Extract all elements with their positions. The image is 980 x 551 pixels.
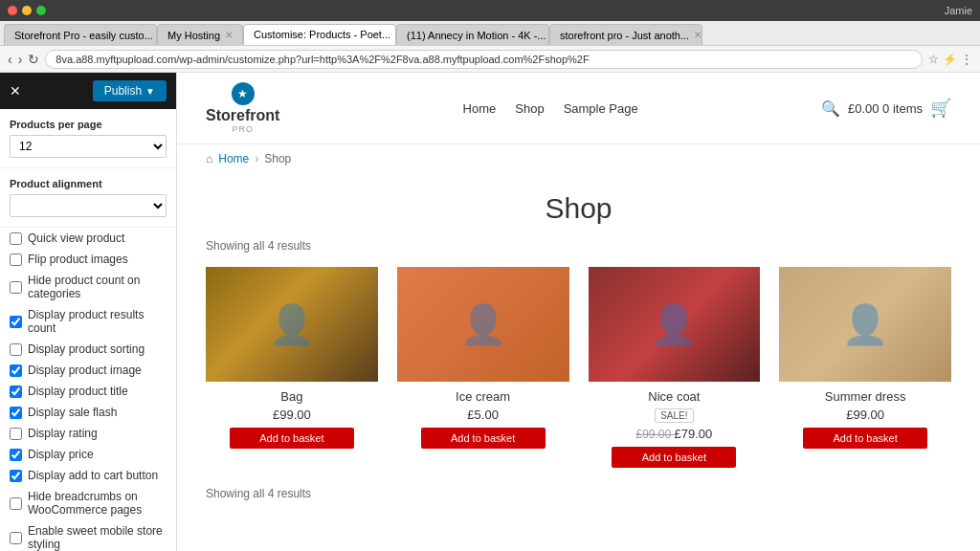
- checkbox-9[interactable]: [10, 449, 22, 461]
- address-bar: ‹ › ↻ 8va.a88.myftpupload.com/wp-admin/c…: [0, 46, 980, 73]
- store-logo-text: Storefront: [206, 107, 279, 124]
- checkbox-0[interactable]: [10, 232, 22, 245]
- checkbox-item-4: Display product sorting: [0, 339, 176, 360]
- store-header: ★ Storefront Pro Home Shop Sample Page 🔍…: [177, 73, 980, 144]
- checkbox-label-9: Display price: [28, 448, 94, 461]
- cart-icon[interactable]: 🛒: [930, 98, 951, 119]
- back-button[interactable]: ‹: [8, 52, 12, 67]
- product-price-3: £99.00: [779, 408, 951, 422]
- user-name: Jamie: [945, 5, 972, 16]
- results-count-top: Showing all 4 results: [206, 239, 951, 253]
- product-image-placeholder-3: 👤: [779, 267, 951, 382]
- checkbox-10[interactable]: [10, 470, 22, 482]
- product-alignment-select[interactable]: Left Center Right: [10, 194, 167, 217]
- traffic-light-green[interactable]: [36, 6, 46, 15]
- product-new-price-2: £79.00: [675, 427, 713, 441]
- extensions-icon[interactable]: ⚡: [943, 53, 957, 66]
- products-per-page-select[interactable]: 12 24 48: [10, 135, 167, 158]
- publish-button[interactable]: Publish ▼: [93, 80, 167, 101]
- bookmark-icon[interactable]: ☆: [928, 53, 939, 66]
- checkbox-5[interactable]: [10, 364, 22, 377]
- checkboxes-container: Quick view productFlip product imagesHid…: [0, 228, 176, 551]
- forward-button[interactable]: ›: [18, 52, 23, 67]
- nav-shop[interactable]: Shop: [515, 101, 544, 116]
- tab-0[interactable]: Storefront Pro - easily custo... ✕: [4, 24, 157, 45]
- url-bar[interactable]: 8va.a88.myftpupload.com/wp-admin/customi…: [45, 50, 923, 69]
- cart-price: £0.00: [848, 101, 880, 116]
- add-to-basket-button-0[interactable]: Add to basket: [230, 428, 354, 449]
- shop-content: Shop Showing all 4 results 👤Bag£99.00Add…: [177, 173, 980, 529]
- checkbox-2[interactable]: [10, 281, 22, 294]
- breadcrumb-separator: ›: [255, 152, 258, 165]
- checkbox-8[interactable]: [10, 428, 22, 440]
- product-image-1[interactable]: 👤: [397, 267, 569, 382]
- product-name-0: Bag: [206, 389, 378, 404]
- product-image-placeholder-1: 👤: [397, 267, 569, 382]
- checkbox-item-7: Display sale flash: [0, 402, 176, 423]
- checkbox-7[interactable]: [10, 407, 22, 419]
- checkbox-6[interactable]: [10, 386, 22, 398]
- store-nav: Home Shop Sample Page: [463, 101, 638, 116]
- checkbox-label-4: Display product sorting: [28, 342, 145, 356]
- breadcrumb-home-link[interactable]: Home: [218, 152, 249, 165]
- checkbox-label-7: Display sale flash: [28, 406, 117, 419]
- tab-2[interactable]: Customise: Products - Poet... ✕: [243, 24, 396, 45]
- tab-2-label: Customise: Products - Poet...: [254, 29, 390, 40]
- publish-label: Publish: [104, 84, 142, 98]
- tab-1-close[interactable]: ✕: [225, 30, 233, 40]
- tab-3[interactable]: (11) Annecy in Motion - 4K -... ✕: [396, 24, 549, 45]
- sidebar-close-button[interactable]: ✕: [10, 83, 21, 99]
- checkbox-item-6: Display product title: [0, 381, 176, 402]
- reload-button[interactable]: ↻: [28, 52, 39, 67]
- tab-2-close[interactable]: ✕: [395, 30, 396, 40]
- checkbox-label-5: Display product image: [28, 364, 142, 377]
- nav-home[interactable]: Home: [463, 101, 497, 116]
- tab-3-label: (11) Annecy in Motion - 4K -...: [407, 30, 546, 41]
- search-icon[interactable]: 🔍: [821, 99, 840, 118]
- store-logo-icon: ★: [232, 82, 255, 105]
- product-card: 👤Nice coatSALE!£99.00 £79.00Add to baske…: [589, 267, 761, 468]
- product-price-2: £99.00 £79.00: [589, 427, 761, 441]
- tab-4-close[interactable]: ✕: [694, 30, 702, 40]
- menu-icon[interactable]: ⋮: [961, 53, 972, 66]
- checkbox-label-0: Quick view product: [28, 231, 124, 245]
- sidebar: ✕ Publish ▼ Products per page 12 24 48 P…: [0, 73, 177, 551]
- product-image-0[interactable]: 👤: [206, 267, 378, 382]
- checkbox-label-11: Hide breadcrumbs on WooCommerce pages: [28, 490, 167, 517]
- traffic-light-yellow[interactable]: [22, 6, 32, 15]
- nav-sample-page[interactable]: Sample Page: [564, 101, 638, 116]
- checkbox-item-9: Display price: [0, 444, 176, 465]
- breadcrumb: ⌂ Home › Shop: [177, 144, 980, 173]
- product-old-price-2: £99.00: [635, 428, 674, 441]
- checkbox-label-10: Display add to cart button: [28, 469, 158, 482]
- product-card: 👤Ice cream£5.00Add to basket: [397, 267, 569, 468]
- traffic-light-red[interactable]: [8, 6, 17, 15]
- products-per-page-label: Products per page: [10, 119, 167, 130]
- product-alignment-label: Product alignment: [10, 178, 167, 189]
- product-card: 👤Bag£99.00Add to basket: [206, 267, 378, 468]
- tab-1[interactable]: My Hosting ✕: [157, 24, 243, 45]
- tab-1-label: My Hosting: [167, 30, 220, 41]
- checkbox-item-5: Display product image: [0, 360, 176, 381]
- checkbox-label-2: Hide product count on categories: [28, 274, 167, 300]
- checkbox-item-3: Display product results count: [0, 304, 176, 339]
- add-to-basket-button-2[interactable]: Add to basket: [612, 447, 736, 468]
- product-image-2[interactable]: 👤: [589, 267, 761, 382]
- checkbox-3[interactable]: [10, 316, 22, 328]
- add-to-basket-button-1[interactable]: Add to basket: [421, 428, 546, 449]
- checkbox-1[interactable]: [10, 253, 22, 266]
- checkbox-item-8: Display rating: [0, 423, 176, 444]
- store-logo: ★ Storefront Pro: [206, 82, 279, 134]
- publish-icon: ▼: [145, 86, 155, 97]
- store-cart: 🔍 £0.00 0 items 🛒: [821, 98, 951, 119]
- checkbox-item-11: Hide breadcrumbs on WooCommerce pages: [0, 486, 176, 520]
- tab-4[interactable]: storefront pro - Just anoth... ✕: [549, 24, 702, 45]
- add-to-basket-button-3[interactable]: Add to basket: [803, 428, 927, 449]
- checkbox-label-6: Display product title: [28, 385, 128, 398]
- tab-4-label: storefront pro - Just anoth...: [560, 30, 689, 41]
- checkbox-12[interactable]: [10, 532, 22, 544]
- cart-items-count: 0 items: [882, 101, 923, 116]
- checkbox-4[interactable]: [10, 343, 22, 356]
- product-image-3[interactable]: 👤: [779, 267, 951, 382]
- checkbox-11[interactable]: [10, 497, 22, 510]
